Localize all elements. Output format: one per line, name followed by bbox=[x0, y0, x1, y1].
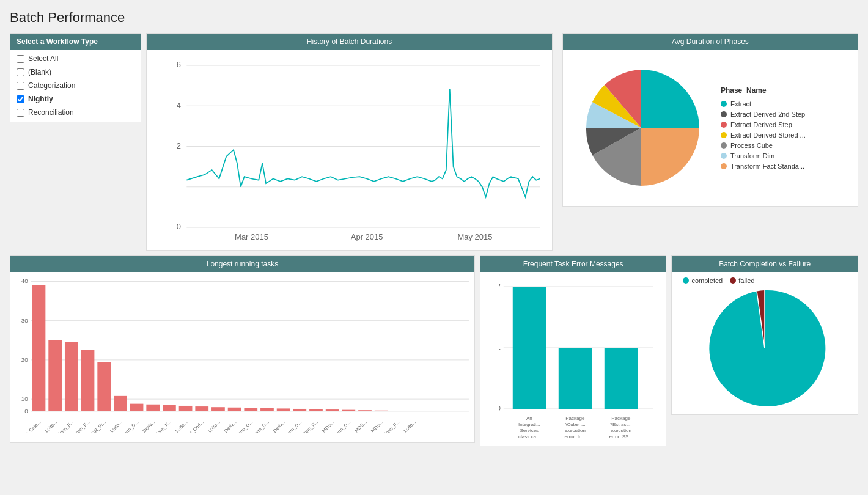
svg-text:'\Cube_...: '\Cube_... bbox=[565, 422, 586, 427]
svg-text:40: 40 bbox=[21, 277, 28, 284]
pie-legend: Phase_Name Extract Extract Derived 2nd S… bbox=[721, 86, 806, 170]
filter-label-select-all: Select All bbox=[28, 54, 58, 63]
svg-rect-29 bbox=[146, 405, 160, 411]
svg-text:error: SS...: error: SS... bbox=[609, 434, 633, 439]
filter-panel: Select a Workflow Type Select All (Blank… bbox=[10, 33, 141, 122]
svg-text:An: An bbox=[526, 416, 532, 421]
svg-rect-32 bbox=[195, 406, 208, 411]
svg-text:Package: Package bbox=[565, 416, 585, 421]
filter-label-nightly: Nightly bbox=[28, 95, 53, 103]
svg-rect-31 bbox=[179, 406, 193, 411]
filter-label-reconciliation: Reconciliation bbox=[28, 108, 74, 117]
completion-chart-content: completed failed bbox=[672, 272, 858, 414]
legend-dot-extract-derived-2nd bbox=[721, 111, 727, 117]
svg-rect-23 bbox=[48, 340, 62, 411]
history-chart-box: History of Batch Durations 6 4 2 bbox=[146, 33, 553, 251]
svg-rect-36 bbox=[260, 408, 274, 411]
svg-rect-33 bbox=[211, 407, 225, 411]
svg-rect-42 bbox=[358, 410, 372, 411]
svg-rect-77 bbox=[559, 348, 592, 409]
longest-tasks-svg: 40 30 20 10 0 bbox=[13, 274, 472, 433]
history-chart-header: History of Batch Durations bbox=[147, 34, 552, 50]
legend-completed: completed bbox=[683, 277, 723, 284]
svg-rect-25 bbox=[81, 350, 95, 411]
page-container: Batch Performance Select a Workflow Type… bbox=[0, 0, 868, 495]
legend-failed: failed bbox=[730, 277, 754, 284]
svg-text:2: 2 bbox=[177, 142, 181, 150]
checkbox-categorization[interactable] bbox=[17, 82, 24, 90]
svg-text:Services: Services bbox=[520, 428, 539, 433]
legend-extract: Extract bbox=[721, 100, 806, 108]
legend-label-extract-derived-stored: Extract Derived Stored ... bbox=[730, 131, 806, 139]
legend-dot-extract bbox=[721, 101, 727, 107]
legend-label-transform-fact: Transform Fact Standa... bbox=[730, 163, 804, 170]
svg-rect-40 bbox=[326, 409, 339, 411]
svg-rect-45 bbox=[407, 411, 421, 411]
svg-rect-28 bbox=[130, 404, 144, 411]
svg-rect-78 bbox=[605, 348, 638, 409]
checkbox-blank[interactable] bbox=[17, 68, 24, 76]
legend-label-extract: Extract bbox=[730, 100, 751, 108]
svg-rect-43 bbox=[375, 411, 388, 411]
legend-dot-process-cube bbox=[721, 142, 727, 148]
page-title: Batch Performance bbox=[10, 10, 858, 26]
svg-text:1: 1 bbox=[499, 343, 501, 351]
svg-text:0: 0 bbox=[499, 405, 501, 412]
filter-panel-header: Select a Workflow Type bbox=[10, 34, 141, 50]
svg-text:Mar 2015: Mar 2015 bbox=[235, 233, 268, 241]
svg-text:30: 30 bbox=[21, 317, 28, 324]
svg-text:execution: execution bbox=[611, 428, 631, 433]
svg-rect-44 bbox=[391, 411, 404, 411]
checkbox-nightly[interactable] bbox=[17, 95, 24, 103]
filter-item-select-all[interactable]: Select All bbox=[15, 52, 136, 65]
legend-dot-transform-fact bbox=[721, 163, 727, 169]
checkbox-select-all[interactable] bbox=[17, 55, 24, 63]
svg-rect-35 bbox=[244, 408, 257, 411]
legend-label-process-cube: Process Cube bbox=[730, 142, 773, 149]
svg-text:'\Extract...: '\Extract... bbox=[610, 422, 631, 427]
svg-text:0: 0 bbox=[24, 408, 28, 414]
error-messages-chart-box: Frequent Task Error Messages 2 1 0 bbox=[480, 255, 667, 446]
svg-text:20: 20 bbox=[21, 356, 28, 363]
longest-tasks-chart-area: 40 30 20 10 0 bbox=[13, 274, 472, 435]
legend-dot-extract-derived-stored bbox=[721, 132, 727, 138]
filter-item-nightly[interactable]: Nightly bbox=[15, 92, 136, 106]
completion-legend: completed failed bbox=[683, 277, 754, 284]
svg-text:4: 4 bbox=[177, 101, 181, 110]
avg-duration-chart-box: Avg Duration of Phases bbox=[562, 33, 858, 207]
svg-text:Apr 2015: Apr 2015 bbox=[351, 233, 383, 241]
error-messages-content: 2 1 0 An Integrati... Services bbox=[480, 272, 666, 446]
filter-item-reconciliation[interactable]: Reconciliation bbox=[15, 106, 136, 119]
svg-text:execution: execution bbox=[565, 428, 586, 433]
longest-tasks-content: 40 30 20 10 0 bbox=[10, 272, 474, 442]
filter-label-blank: (Blank) bbox=[28, 68, 51, 76]
svg-text:Package: Package bbox=[611, 416, 631, 421]
legend-process-cube: Process Cube bbox=[721, 142, 806, 149]
svg-rect-27 bbox=[114, 396, 127, 411]
svg-text:0: 0 bbox=[177, 223, 181, 232]
svg-rect-26 bbox=[97, 362, 111, 411]
completion-chart-box: Batch Completion vs Failure completed fa… bbox=[671, 255, 858, 415]
legend-extract-derived-step: Extract Derived Step bbox=[721, 121, 806, 128]
svg-rect-34 bbox=[228, 408, 241, 411]
legend-dot-transform-dim bbox=[721, 153, 727, 159]
legend-label-extract-derived-2nd: Extract Derived 2nd Step bbox=[730, 111, 805, 118]
svg-text:class ca...: class ca... bbox=[518, 434, 540, 439]
svg-rect-41 bbox=[342, 410, 355, 411]
error-messages-header: Frequent Task Error Messages bbox=[480, 256, 666, 272]
filter-items-list: Select All (Blank) Categorization Nightl… bbox=[10, 50, 141, 122]
filter-item-categorization[interactable]: Categorization bbox=[15, 79, 136, 92]
legend-dot-completed bbox=[683, 277, 689, 284]
legend-transform-fact: Transform Fact Standa... bbox=[721, 163, 806, 170]
filter-item-blank[interactable]: (Blank) bbox=[15, 65, 136, 79]
legend-dot-extract-derived-step bbox=[721, 122, 727, 128]
longest-tasks-chart-box: Longest running tasks 40 30 20 bbox=[10, 255, 475, 443]
legend-extract-derived-2nd: Extract Derived 2nd Step bbox=[721, 111, 806, 118]
error-messages-svg: 2 1 0 An Integrati... Services bbox=[499, 274, 661, 446]
checkbox-reconciliation[interactable] bbox=[17, 109, 24, 117]
svg-rect-39 bbox=[309, 409, 323, 411]
top-row: Select a Workflow Type Select All (Blank… bbox=[10, 33, 858, 251]
line-chart-area: 6 4 2 0 Mar 2015 Apr 2015 May 2015 bbox=[165, 52, 547, 248]
svg-rect-30 bbox=[163, 405, 176, 411]
svg-text:May 2015: May 2015 bbox=[458, 233, 493, 241]
